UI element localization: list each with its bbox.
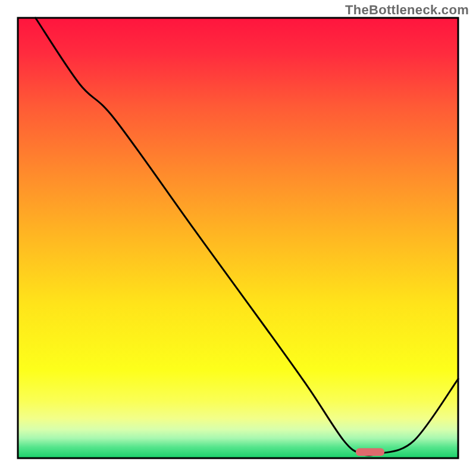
chart-svg xyxy=(0,0,476,476)
highlight-marker xyxy=(356,448,384,456)
watermark-text: TheBottleneck.com xyxy=(345,2,469,18)
plot-background xyxy=(18,18,458,458)
chart-container: TheBottleneck.com xyxy=(0,0,476,476)
